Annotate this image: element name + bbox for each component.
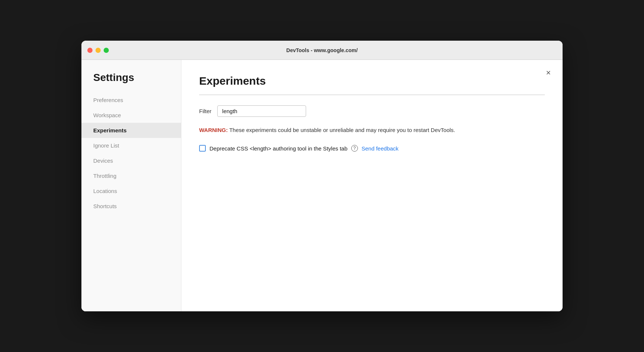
sidebar-item-throttling[interactable]: Throttling bbox=[81, 168, 181, 183]
sidebar-item-ignore-list[interactable]: Ignore List bbox=[81, 138, 181, 153]
devtools-window: DevTools - www.google.com/ Settings Pref… bbox=[81, 41, 563, 311]
sidebar-item-preferences[interactable]: Preferences bbox=[81, 92, 181, 108]
page-title: Experiments bbox=[199, 75, 545, 87]
sidebar-item-shortcuts[interactable]: Shortcuts bbox=[81, 199, 181, 214]
help-icon[interactable]: ? bbox=[351, 145, 358, 152]
sidebar-title: Settings bbox=[81, 72, 181, 84]
filter-input[interactable] bbox=[217, 105, 306, 117]
experiment-checkbox-deprecate-css-length[interactable] bbox=[199, 145, 206, 152]
filter-label: Filter bbox=[199, 108, 211, 114]
warning-text: These experiments could be unstable or u… bbox=[228, 127, 455, 133]
sidebar-item-workspace[interactable]: Workspace bbox=[81, 108, 181, 123]
window-title: DevTools - www.google.com/ bbox=[286, 47, 358, 53]
content-area: Settings Preferences Workspace Experimen… bbox=[81, 60, 563, 311]
maximize-window-button[interactable] bbox=[104, 48, 109, 53]
filter-row: Filter bbox=[199, 105, 545, 117]
experiment-item-deprecate-css-length: Deprecate CSS <length> authoring tool in… bbox=[199, 145, 545, 152]
minimize-window-button[interactable] bbox=[95, 48, 101, 53]
titlebar: DevTools - www.google.com/ bbox=[81, 41, 563, 60]
warning-label: WARNING: bbox=[199, 127, 228, 133]
sidebar-item-devices[interactable]: Devices bbox=[81, 153, 181, 168]
traffic-lights bbox=[87, 48, 109, 53]
close-window-button[interactable] bbox=[87, 48, 93, 53]
main-panel: × Experiments Filter WARNING: These expe… bbox=[181, 60, 563, 311]
close-settings-button[interactable]: × bbox=[544, 67, 552, 78]
sidebar-item-experiments[interactable]: Experiments bbox=[81, 123, 181, 138]
warning-message: WARNING: These experiments could be unst… bbox=[199, 126, 545, 135]
sidebar: Settings Preferences Workspace Experimen… bbox=[81, 60, 181, 311]
send-feedback-link[interactable]: Send feedback bbox=[362, 145, 399, 152]
experiment-label-deprecate-css-length: Deprecate CSS <length> authoring tool in… bbox=[209, 145, 348, 152]
sidebar-item-locations[interactable]: Locations bbox=[81, 183, 181, 199]
section-divider bbox=[199, 95, 545, 95]
